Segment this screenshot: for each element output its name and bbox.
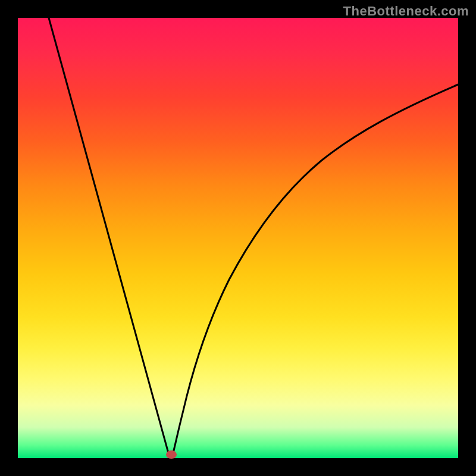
chart-container: TheBottleneck.com — [0, 0, 476, 476]
optimal-point-marker — [166, 450, 177, 459]
curve-left-branch — [49, 18, 169, 455]
curve-right-branch — [173, 84, 458, 455]
plot-area — [18, 18, 458, 458]
curve-svg — [18, 18, 458, 458]
watermark-text: TheBottleneck.com — [343, 4, 469, 19]
